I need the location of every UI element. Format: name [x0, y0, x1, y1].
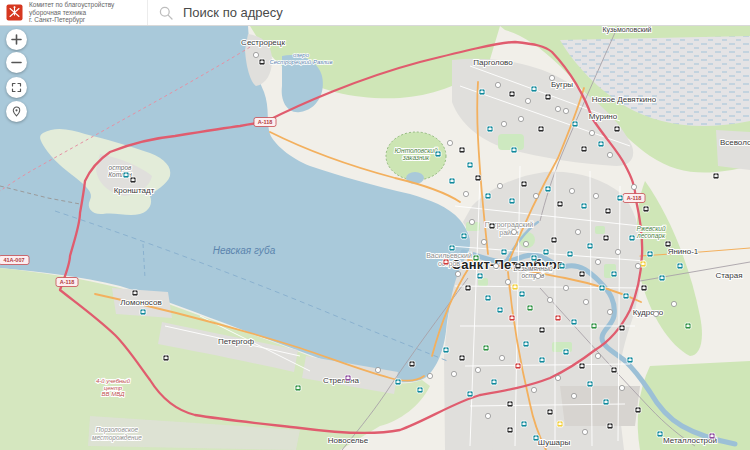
vehicle-marker[interactable]: [629, 235, 635, 241]
vehicle-marker[interactable]: [467, 391, 473, 397]
vehicle-marker[interactable]: [657, 431, 663, 437]
vehicle-marker[interactable]: [599, 285, 605, 291]
vehicle-marker[interactable]: [531, 387, 536, 392]
vehicle-marker[interactable]: [443, 347, 449, 353]
vehicle-marker[interactable]: [611, 271, 617, 277]
vehicle-marker[interactable]: [132, 290, 138, 296]
vehicle-marker[interactable]: [607, 309, 612, 314]
vehicle-marker[interactable]: [581, 146, 587, 152]
vehicle-marker[interactable]: [509, 91, 515, 97]
vehicle-marker[interactable]: [583, 299, 588, 304]
vehicle-marker[interactable]: [535, 273, 540, 278]
vehicle-marker[interactable]: [449, 245, 455, 251]
vehicle-marker[interactable]: [515, 363, 521, 369]
vehicle-marker[interactable]: [447, 140, 452, 145]
vehicle-marker[interactable]: [635, 263, 640, 268]
vehicle-marker[interactable]: [395, 379, 401, 385]
vehicle-marker[interactable]: [533, 435, 539, 441]
vehicle-marker[interactable]: [619, 385, 624, 390]
vehicle-marker[interactable]: [713, 173, 719, 179]
vehicle-marker[interactable]: [595, 353, 600, 358]
vehicle-marker[interactable]: [567, 251, 573, 257]
vehicle-marker[interactable]: [685, 323, 691, 329]
vehicle-marker[interactable]: [531, 255, 537, 261]
vehicle-marker[interactable]: [545, 186, 551, 192]
vehicle-marker[interactable]: [467, 162, 473, 168]
vehicle-marker[interactable]: [417, 387, 423, 393]
fullscreen-button[interactable]: [6, 77, 27, 98]
vehicle-marker[interactable]: [475, 175, 481, 181]
vehicle-marker[interactable]: [617, 195, 623, 201]
vehicle-marker[interactable]: [543, 249, 549, 255]
vehicle-marker[interactable]: [487, 126, 493, 132]
vehicle-marker[interactable]: [427, 373, 432, 378]
vehicle-marker[interactable]: [489, 223, 495, 229]
vehicle-marker[interactable]: [469, 219, 474, 224]
vehicle-marker[interactable]: [509, 198, 515, 204]
zoom-in-button[interactable]: [6, 29, 27, 50]
vehicle-marker[interactable]: [481, 239, 486, 244]
vehicle-marker[interactable]: [519, 291, 525, 297]
search-input[interactable]: [181, 4, 585, 21]
vehicle-marker[interactable]: [557, 421, 563, 427]
vehicle-marker[interactable]: [459, 147, 465, 153]
vehicle-marker[interactable]: [295, 385, 301, 391]
vehicle-marker[interactable]: [677, 263, 683, 269]
vehicle-marker[interactable]: [603, 399, 609, 405]
vehicle-marker[interactable]: [518, 116, 523, 121]
vehicle-marker[interactable]: [465, 285, 471, 291]
vehicle-marker[interactable]: [591, 323, 597, 329]
vehicle-marker[interactable]: [582, 429, 587, 434]
vehicle-marker[interactable]: [547, 297, 552, 302]
vehicle-marker[interactable]: [455, 271, 460, 276]
vehicle-marker[interactable]: [521, 421, 527, 427]
vehicle-marker[interactable]: [345, 375, 351, 381]
vehicle-marker[interactable]: [589, 130, 594, 135]
vehicle-marker[interactable]: [571, 319, 577, 325]
vehicle-marker[interactable]: [523, 341, 529, 347]
vehicle-marker[interactable]: [611, 367, 617, 373]
vehicle-marker[interactable]: [123, 172, 129, 178]
vehicle-marker[interactable]: [527, 305, 533, 311]
vehicle-marker[interactable]: [497, 183, 502, 188]
vehicle-marker[interactable]: [485, 193, 491, 199]
map-canvas[interactable]: А-118А-118А-11841А-007 СестрорецкКузьмол…: [0, 26, 750, 450]
vehicle-marker[interactable]: [671, 301, 676, 306]
vehicle-marker[interactable]: [259, 59, 265, 65]
vehicle-marker[interactable]: [499, 355, 504, 360]
vehicle-marker[interactable]: [627, 357, 633, 363]
vehicle-marker[interactable]: [523, 241, 528, 246]
vehicle-marker[interactable]: [631, 184, 636, 189]
vehicle-marker[interactable]: [140, 309, 146, 315]
zoom-out-button[interactable]: [6, 52, 27, 73]
vehicle-marker[interactable]: [485, 295, 491, 301]
vehicle-marker[interactable]: [571, 393, 576, 398]
vehicle-marker[interactable]: [581, 203, 587, 209]
vehicle-marker[interactable]: [477, 273, 483, 279]
vehicle-marker[interactable]: [563, 349, 569, 355]
vehicle-marker[interactable]: [555, 315, 561, 321]
vehicle-marker[interactable]: [539, 327, 545, 333]
vehicle-marker[interactable]: [501, 249, 507, 255]
vehicle-marker[interactable]: [493, 263, 498, 268]
locate-button[interactable]: [6, 101, 27, 122]
vehicle-marker[interactable]: [619, 325, 625, 331]
vehicle-marker[interactable]: [539, 357, 545, 363]
vehicle-marker[interactable]: [575, 229, 580, 234]
vehicle-marker[interactable]: [511, 147, 517, 153]
vehicle-marker[interactable]: [533, 193, 538, 198]
vehicle-marker[interactable]: [443, 259, 449, 265]
vehicle-marker[interactable]: [461, 233, 467, 239]
vehicle-marker[interactable]: [563, 285, 568, 290]
vehicle-marker[interactable]: [603, 235, 609, 241]
vehicle-marker[interactable]: [595, 259, 600, 264]
vehicle-marker[interactable]: [572, 121, 578, 127]
vehicle-marker[interactable]: [509, 315, 515, 321]
vehicle-marker[interactable]: [253, 52, 258, 57]
vehicle-marker[interactable]: [605, 208, 611, 214]
vehicle-marker[interactable]: [435, 151, 441, 157]
vehicle-marker[interactable]: [531, 86, 537, 92]
vehicle-marker[interactable]: [653, 311, 658, 316]
vehicle-marker[interactable]: [563, 108, 568, 113]
vehicle-marker[interactable]: [507, 401, 513, 407]
